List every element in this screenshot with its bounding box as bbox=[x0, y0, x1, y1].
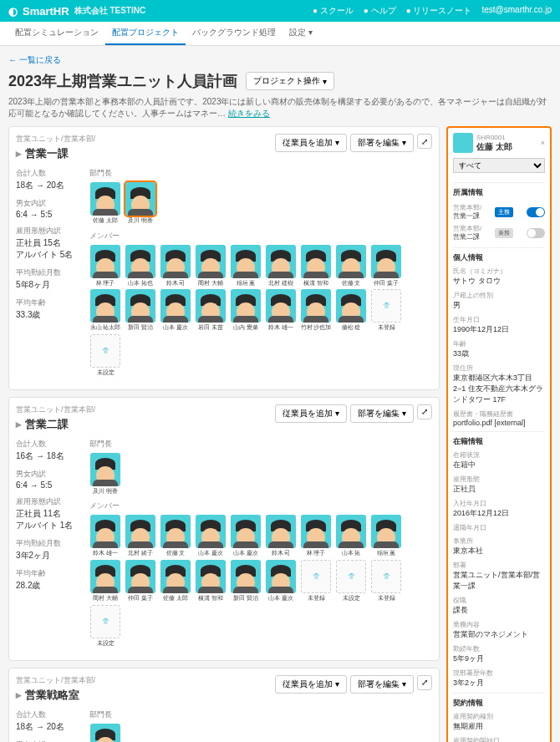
employee-name-label: 佐藤 文 bbox=[166, 550, 186, 556]
tab-2[interactable]: バックグラウンド処理 bbox=[186, 22, 283, 45]
employee-card[interactable]: 山本 慶次 bbox=[195, 515, 227, 556]
expand-icon[interactable]: ⤢ bbox=[417, 675, 432, 690]
breadcrumb: 営業ユニット/営業本部/ bbox=[16, 675, 95, 686]
employee-card[interactable]: 稲垣 薫 bbox=[370, 515, 402, 556]
nav-tabs: 配置シミュレーション配置プロジェクトバックグラウンド処理設定 ▾ bbox=[0, 22, 560, 46]
affiliation-row: 営業本部/営業一課 主務 bbox=[453, 201, 545, 222]
employee-card[interactable]: 鈴木 司 bbox=[160, 245, 191, 287]
employee-card[interactable]: 鈴木 雄一 bbox=[89, 515, 121, 556]
employee-card[interactable]: 北村 建樹 bbox=[265, 245, 297, 287]
topbar-link[interactable]: ● スクール bbox=[313, 5, 354, 17]
project-action-button[interactable]: プロジェクト操作 ▾ bbox=[246, 72, 334, 90]
tab-1[interactable]: 配置プロジェクト bbox=[105, 22, 186, 45]
affil-toggle[interactable] bbox=[527, 207, 545, 217]
dept-name: ▸ 営業一課 bbox=[16, 146, 95, 161]
employee-card[interactable]: 北村 綾子 bbox=[125, 515, 156, 556]
empty-slot[interactable]: 👕未設定 bbox=[89, 605, 121, 647]
employee-card[interactable]: 山本 慶次 bbox=[230, 515, 262, 556]
edit-dept-button[interactable]: 部署を編集 ▾ bbox=[350, 134, 414, 152]
topbar-link[interactable]: ● リリースノート bbox=[406, 5, 472, 17]
info-row: 入社年月日2016年12月12日 bbox=[453, 499, 545, 519]
employee-card[interactable]: 林 理子 bbox=[89, 245, 121, 287]
employee-card[interactable]: 竹村 沙也加 bbox=[300, 289, 332, 331]
employee-name-label: 北村 建樹 bbox=[268, 280, 293, 287]
logo-icon: ◐ bbox=[8, 5, 18, 18]
empty-slot[interactable]: 👕未設定 bbox=[335, 560, 367, 602]
file-link[interactable]: portfolio.pdf [external] bbox=[453, 419, 545, 427]
empty-slot[interactable]: 👕未登録 bbox=[370, 560, 402, 602]
tab-0[interactable]: 配置シミュレーション bbox=[8, 22, 105, 45]
edit-dept-button[interactable]: 部署を編集 ▾ bbox=[350, 404, 414, 423]
employee-card[interactable]: 横溝 智和 bbox=[195, 560, 227, 602]
close-icon[interactable]: × bbox=[541, 139, 545, 147]
collapse-icon[interactable]: ▸ bbox=[16, 147, 22, 160]
employee-card[interactable]: 佐藤 文 bbox=[160, 515, 191, 556]
add-employee-button[interactable]: 従業員を追加 ▾ bbox=[275, 404, 347, 423]
add-employee-button[interactable]: 従業員を追加 ▾ bbox=[275, 675, 347, 694]
employee-card[interactable]: 山内 愛菜 bbox=[230, 289, 262, 331]
leader-label: 部門長 bbox=[89, 439, 432, 450]
empty-slot[interactable]: 👕未登録 bbox=[300, 560, 332, 602]
affil-toggle[interactable] bbox=[527, 228, 545, 238]
filter-select[interactable]: すべて bbox=[453, 158, 545, 173]
back-link[interactable]: ← 一覧に戻る bbox=[8, 55, 61, 64]
employee-card[interactable]: 鈴木 司 bbox=[265, 515, 297, 556]
employee-card[interactable]: 新田 賢治 bbox=[230, 560, 262, 602]
read-more-link[interactable]: 続きをみる bbox=[228, 109, 270, 118]
empty-slot[interactable]: 👕未設定 bbox=[89, 334, 121, 376]
tab-3[interactable]: 設定 ▾ bbox=[283, 22, 319, 45]
employee-card[interactable]: 佐藤 文 bbox=[335, 245, 367, 287]
employee-name-label: 鈴木 雄一 bbox=[93, 550, 118, 556]
info-row: 年齢33歳 bbox=[453, 339, 545, 359]
employee-card[interactable]: 岡村 大輔 bbox=[195, 245, 227, 287]
topbar-link[interactable]: test@smarthr.co.jp bbox=[481, 5, 552, 17]
topbar-links: ● スクール● ヘルプ● リリースノートtest@smarthr.co.jp bbox=[313, 5, 552, 17]
dept-stats: 合計人数18名 → 20名男女内訳6:4 → 5:5雇用形態内訳正社員 15名ア… bbox=[16, 709, 81, 743]
employee-card[interactable]: 山本 拓也 bbox=[125, 245, 156, 287]
affil-list: 営業本部/営業一課 主務 営業本部/営業二課 兼務 bbox=[453, 201, 545, 243]
info-row: 雇用形態正社員 bbox=[453, 475, 545, 495]
affil-badge: 主務 bbox=[495, 207, 513, 217]
affiliation-row: 営業本部/営業二課 兼務 bbox=[453, 222, 545, 243]
employee-card[interactable]: 新田 賢治 bbox=[125, 289, 156, 331]
employee-card[interactable]: 永山 祐太郎 bbox=[89, 289, 121, 331]
employee-card[interactable]: 仲田 葉子 bbox=[125, 560, 156, 602]
employee-card[interactable]: 山本 次 bbox=[89, 724, 121, 743]
employee-card[interactable]: 岩田 未苗 bbox=[195, 289, 227, 331]
employee-card[interactable]: 藤松 稔 bbox=[335, 289, 367, 331]
info-row: 在籍状況在籍中 bbox=[453, 450, 545, 470]
employee-card[interactable]: 及川 明香 bbox=[125, 182, 156, 224]
info-row: 戸籍上の性別男 bbox=[453, 291, 545, 311]
collapse-icon[interactable]: ▸ bbox=[16, 418, 22, 430]
empty-slot[interactable]: 👕未登録 bbox=[370, 289, 402, 331]
employee-card[interactable]: 横溝 智和 bbox=[300, 245, 332, 287]
dept-stats: 合計人数16名 → 18名男女内訳6:4 → 5:5雇用形態内訳正社員 11名ア… bbox=[16, 439, 81, 653]
employee-card[interactable]: 岡村 大輔 bbox=[89, 560, 121, 602]
info-row: 雇用契約種別無期雇用 bbox=[453, 712, 545, 732]
leader-label: 部門長 bbox=[89, 168, 432, 179]
employee-card[interactable]: 佐藤 太郎 bbox=[89, 182, 121, 224]
employee-card[interactable]: 仲田 葉子 bbox=[370, 245, 402, 287]
employee-card[interactable]: 佐藤 太郎 bbox=[160, 560, 191, 602]
employee-name-label: 及川 明香 bbox=[93, 488, 118, 495]
employee-card[interactable]: 林 理子 bbox=[300, 515, 332, 556]
topbar-link[interactable]: ● ヘルプ bbox=[364, 5, 396, 17]
employee-card[interactable]: 山本 慶次 bbox=[265, 560, 297, 602]
expand-icon[interactable]: ⤢ bbox=[417, 134, 432, 149]
add-employee-button[interactable]: 従業員を追加 ▾ bbox=[275, 134, 347, 152]
contract-list: 雇用契約種別無期雇用雇用契約開始日 bbox=[453, 712, 545, 742]
expand-icon[interactable]: ⤢ bbox=[417, 404, 432, 419]
employee-card[interactable]: 山本 慶次 bbox=[160, 289, 191, 331]
employee-name-label: 仲田 葉子 bbox=[374, 280, 399, 287]
employee-card[interactable]: 山本 拓 bbox=[335, 515, 367, 556]
employee-name-label: 山内 愛菜 bbox=[233, 324, 258, 331]
employee-name-label: 佐藤 太郎 bbox=[93, 217, 118, 224]
employee-card[interactable]: 鈴木 雄一 bbox=[265, 289, 297, 331]
employee-card[interactable]: 稲垣 薫 bbox=[230, 245, 262, 287]
edit-dept-button[interactable]: 部署を編集 ▾ bbox=[350, 675, 414, 694]
leader-label: 部門長 bbox=[89, 709, 432, 720]
info-row: 生年月日1990年12月12日 bbox=[453, 315, 545, 335]
collapse-icon[interactable]: ▸ bbox=[16, 689, 22, 701]
employee-card[interactable]: 及川 明香 bbox=[89, 453, 121, 495]
breadcrumb: 営業ユニット/営業本部/ bbox=[16, 134, 95, 145]
